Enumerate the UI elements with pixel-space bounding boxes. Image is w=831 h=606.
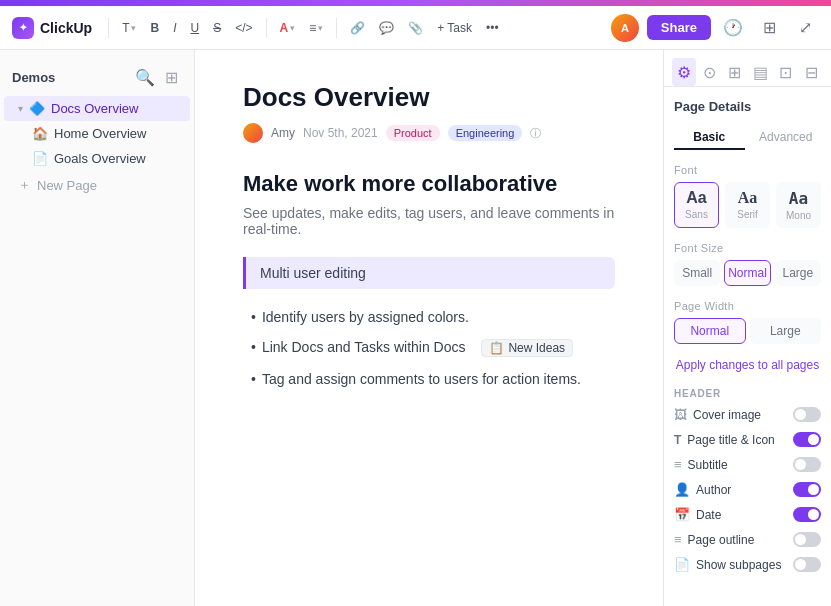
page-title-toggle[interactable] [793,432,821,447]
subtab-basic[interactable]: Basic [674,126,745,150]
show-subpages-label: Show subpages [696,558,781,572]
author-icon: 👤 [674,482,690,497]
font-serif-aa: Aa [738,189,758,207]
toggle-row-date: 📅 Date [674,507,821,522]
page-outline-toggle[interactable] [793,532,821,547]
main-layout: Demos 🔍 ⊞ ▾ 🔷 Docs Overview 🏠 Home Overv… [0,50,831,606]
font-size-label: Font Size [674,242,821,254]
sidebar-item-label: Home Overview [54,126,146,141]
author-toggle[interactable] [793,482,821,497]
more-options-btn[interactable]: ••• [481,18,504,38]
panel-tab-grid[interactable]: ⊞ [723,58,747,86]
doc-title: Docs Overview [243,82,615,113]
subtitle-toggle[interactable] [793,457,821,472]
code-btn[interactable]: </> [230,18,257,38]
text-format-btn[interactable]: T ▾ [117,18,141,38]
panel-tabs: ⚙ ⊙ ⊞ ▤ ⊡ ⊟ [664,50,831,87]
sidebar-title: Demos [12,70,55,85]
show-subpages-icon: 📄 [674,557,690,572]
italic-btn[interactable]: I [168,18,181,38]
font-mono-label: Mono [786,210,811,221]
main-toolbar: ✦ ClickUp T ▾ B I U S </> A ▾ ≡ ▾ 🔗 💬 📎 … [0,6,831,50]
sidebar-item-goals-overview[interactable]: 📄 Goals Overview [4,146,190,171]
cover-image-toggle[interactable] [793,407,821,422]
cover-image-icon: 🖼 [674,407,687,422]
sidebar-search-btn[interactable]: 🔍 [134,66,156,88]
history-btn[interactable]: 🕐 [719,14,747,42]
cover-image-label: Cover image [693,408,761,422]
comment-btn[interactable]: 💬 [374,18,399,38]
align-btn[interactable]: ≡ ▾ [304,18,328,38]
link-btn[interactable]: 🔗 [345,18,370,38]
badge-icon: 📋 [489,341,504,355]
user-avatar[interactable]: A [611,14,639,42]
subtitle-icon: ≡ [674,457,682,472]
size-small-btn[interactable]: Small [674,260,720,286]
width-normal-btn[interactable]: Normal [674,318,746,344]
font-label: Font [674,164,821,176]
document-content: Docs Overview Amy Nov 5th, 2021 Product … [195,50,663,606]
tag-info-icon[interactable]: ⓘ [530,126,541,141]
doc-date: Nov 5th, 2021 [303,126,378,140]
badge-label: New Ideas [508,341,565,355]
tag-engineering[interactable]: Engineering [448,125,523,141]
page-title-icon: T [674,433,681,447]
bullet-text-1: Identify users by assigned colors. [262,309,469,325]
panel-tab-settings[interactable]: ⚙ [672,58,696,86]
bold-btn[interactable]: B [145,18,164,38]
underline-btn[interactable]: U [185,18,204,38]
sidebar-item-label: Docs Overview [51,101,138,116]
font-size-options: Small Normal Large [674,260,821,286]
size-large-btn[interactable]: Large [775,260,821,286]
bullet-text-2: Link Docs and Tasks within Docs [262,339,466,355]
size-normal-btn[interactable]: Normal [724,260,770,286]
panel-tab-font[interactable]: ⊡ [774,58,798,86]
callout-block: Multi user editing [243,257,615,289]
doc-heading: Make work more collaborative [243,171,615,197]
font-sans-label: Sans [685,209,708,220]
sidebar-add-btn[interactable]: ⊞ [160,66,182,88]
logo-text: ClickUp [40,20,92,36]
panel-tab-more[interactable]: ⊟ [800,58,824,86]
share-button[interactable]: Share [647,15,711,40]
show-subpages-toggle[interactable] [793,557,821,572]
home-icon: 🏠 [32,126,48,141]
page-width-options: Normal Large [674,318,821,344]
date-toggle[interactable] [793,507,821,522]
task-btn[interactable]: + Task [432,18,477,38]
tag-product[interactable]: Product [386,125,440,141]
font-color-btn[interactable]: A ▾ [275,18,301,38]
strikethrough-btn[interactable]: S [208,18,226,38]
bullet-item-3: Tag and assign comments to users for act… [243,371,615,387]
apply-all-link[interactable]: Apply changes to all pages [674,358,821,372]
right-panel: ⚙ ⊙ ⊞ ▤ ⊡ ⊟ Page Details Basic Advanced … [663,50,831,606]
header-section-label: HEADER [674,388,821,399]
fullscreen-btn[interactable]: ⤢ [791,14,819,42]
panel-tab-layout[interactable]: ▤ [749,58,773,86]
layout-btn[interactable]: ⊞ [755,14,783,42]
subtab-advanced[interactable]: Advanced [751,126,822,150]
doc-subtext: See updates, make edits, tag users, and … [243,205,615,237]
font-mono-aa: Aa [789,189,808,208]
font-mono-btn[interactable]: Aa Mono [776,182,821,228]
sidebar-header: Demos 🔍 ⊞ [0,62,194,96]
plus-icon: ＋ [18,176,31,194]
width-large-btn[interactable]: Large [750,318,822,344]
inline-badge[interactable]: 📋 New Ideas [481,339,573,357]
callout-text: Multi user editing [260,265,366,281]
toggle-row-subtitle: ≡ Subtitle [674,457,821,472]
attach-btn[interactable]: 📎 [403,18,428,38]
sidebar-item-home-overview[interactable]: 🏠 Home Overview [4,121,190,146]
author-avatar [243,123,263,143]
panel-tab-layers[interactable]: ⊙ [698,58,722,86]
font-sans-btn[interactable]: Aa Sans [674,182,719,228]
sidebar-item-docs-overview[interactable]: ▾ 🔷 Docs Overview [4,96,190,121]
toolbar-separator-3 [336,18,337,38]
date-icon: 📅 [674,507,690,522]
font-serif-btn[interactable]: Aa Serif [725,182,770,228]
subtab-row: Basic Advanced [674,126,821,150]
logo[interactable]: ✦ ClickUp [12,17,92,39]
bullet-item-2: Link Docs and Tasks within Docs 📋 New Id… [243,339,615,357]
toolbar-right: A Share 🕐 ⊞ ⤢ [611,14,819,42]
new-page-btn[interactable]: ＋ New Page [4,171,190,199]
